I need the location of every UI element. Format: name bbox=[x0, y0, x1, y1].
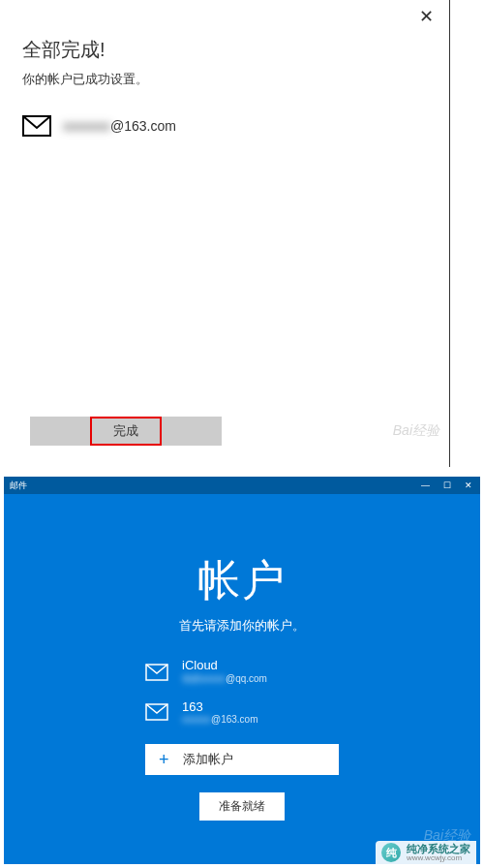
ready-button[interactable]: 准备就绪 bbox=[199, 792, 285, 821]
account-info: iCloud 你的xxxxx@qq.com bbox=[182, 658, 267, 686]
site-text: 纯净系统之家 www.wcwjy.com bbox=[407, 844, 470, 862]
accounts-subheading: 首先请添加你的帐户。 bbox=[179, 617, 305, 635]
add-account-label: 添加帐户 bbox=[183, 751, 233, 768]
account-email: xxxxxxx@163.com bbox=[63, 118, 176, 134]
done-button[interactable]: 完成 bbox=[30, 417, 222, 446]
maximize-icon[interactable]: ☐ bbox=[443, 480, 451, 490]
account-item-icloud[interactable]: iCloud 你的xxxxx@qq.com bbox=[145, 658, 339, 686]
email-visible-part: @163.com bbox=[110, 118, 176, 134]
mail-icon bbox=[145, 664, 168, 681]
dialog-title: 全部完成! bbox=[22, 37, 436, 63]
minimize-icon[interactable]: — bbox=[421, 480, 430, 490]
add-account-button[interactable]: + 添加帐户 bbox=[145, 744, 339, 775]
account-row: xxxxxxx@163.com bbox=[22, 115, 436, 137]
mail-border: 邮件 — ☐ ✕ 帐户 首先请添加你的帐户。 iCloud 你的xxxxx@qq… bbox=[4, 477, 480, 864]
close-icon[interactable]: ✕ bbox=[415, 2, 438, 31]
close-window-icon[interactable]: ✕ bbox=[465, 480, 472, 490]
account-name: iCloud bbox=[182, 658, 267, 672]
email-hidden-part: xxxxxxx bbox=[63, 118, 110, 134]
account-name: 163 bbox=[182, 699, 258, 714]
baidu-watermark: Bai经验 bbox=[393, 422, 439, 440]
site-logo-icon: 纯 bbox=[381, 843, 401, 862]
dialog-subtitle: 你的帐户已成功设置。 bbox=[22, 71, 436, 88]
account-info: 163 xxxxxx@163.com bbox=[182, 699, 258, 725]
account-email: xxxxxx@163.com bbox=[182, 714, 258, 725]
mail-body: 帐户 首先请添加你的帐户。 iCloud 你的xxxxx@qq.com bbox=[4, 494, 480, 864]
site-name: 纯净系统之家 bbox=[407, 844, 470, 854]
site-url: www.wcwjy.com bbox=[407, 854, 470, 862]
titlebar-controls: — ☐ ✕ bbox=[421, 480, 480, 490]
site-watermark: 纯 纯净系统之家 www.wcwjy.com bbox=[376, 841, 476, 864]
accounts-heading: 帐户 bbox=[197, 552, 287, 609]
titlebar-title: 邮件 bbox=[10, 480, 27, 492]
mail-icon bbox=[145, 703, 168, 721]
mail-icon bbox=[22, 115, 51, 137]
setup-complete-dialog: ✕ 全部完成! 你的帐户已成功设置。 xxxxxxx@163.com 完成 Ba… bbox=[0, 0, 484, 473]
plus-icon: + bbox=[159, 750, 169, 770]
account-item-163[interactable]: 163 xxxxxx@163.com bbox=[145, 699, 339, 725]
account-email: 你的xxxxx@qq.com bbox=[182, 672, 267, 686]
titlebar: 邮件 — ☐ ✕ bbox=[4, 477, 480, 494]
dialog-content: 全部完成! 你的帐户已成功设置。 xxxxxxx@163.com bbox=[9, 0, 449, 137]
dialog-inner: ✕ 全部完成! 你的帐户已成功设置。 xxxxxxx@163.com 完成 Ba… bbox=[9, 0, 450, 467]
done-button-label: 完成 bbox=[113, 422, 138, 440]
mail-app-window: 邮件 — ☐ ✕ 帐户 首先请添加你的帐户。 iCloud 你的xxxxx@qq… bbox=[0, 473, 484, 868]
